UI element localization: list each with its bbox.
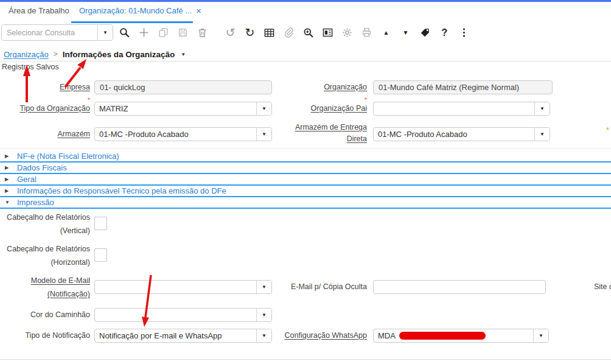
chevron-down-icon: ▼ [540,106,545,111]
armazem-entrega-combobox[interactable]: 01-MC -Produto Acabado ▼ [373,127,550,141]
dropdown-button[interactable]: ▼ [533,329,548,342]
delete-record-icon[interactable] [197,26,208,40]
copy-record-icon[interactable] [158,26,169,40]
navigate-down-icon[interactable]: ▼ [400,26,411,40]
query-select-input[interactable] [2,25,97,40]
divider [0,359,611,360]
expanded-toggle-icon[interactable]: ▼ [5,200,16,205]
more-options-icon[interactable] [458,26,470,40]
undo-icon[interactable]: ↺ [225,26,236,40]
tipo-notificacao-combobox[interactable]: Notificação por E-mail e WhatsApp ▼ [94,329,272,343]
modelo-email-label[interactable]: Modelo de E-Mail (Notificação) [0,274,90,301]
chevron-down-icon: ▼ [540,131,545,137]
cutoff-required-marker: * [606,125,609,135]
breadcrumb: Organização > Informações da Organização… [4,48,186,60]
collapsed-toggle-icon[interactable]: ▶ [5,188,16,194]
toolbar: ↺ ↻ ▲ ▼ ? [119,24,470,41]
section-impressao[interactable]: ▼ Impressão [0,197,611,209]
section-responsavel-tecnico[interactable]: ▶ Informações do Responsável Técnico pel… [0,186,611,197]
organizacao-field: 01-Mundo Café Matriz (Regime Normal) [373,80,553,94]
cabecalho-horizontal-checkbox[interactable] [94,248,107,262]
query-select-combobox[interactable]: ▼ [1,24,113,41]
application-window: Área de Trabalho Organização: 01-Mundo C… [0,0,611,364]
dropdown-button[interactable]: ▼ [534,128,550,141]
tab-workspace[interactable]: Área de Trabalho [9,4,69,18]
grid-toggle-icon[interactable] [264,26,275,40]
tipo-organizacao-label[interactable]: Tipo da Organização [0,102,90,115]
navigate-up-icon[interactable]: ▲ [380,26,392,40]
close-tab-icon[interactable]: × [196,5,201,16]
site-label-cutoff: Site d [594,282,611,291]
email-copia-label: E-Mail p/ Cópia Oculta [256,280,367,294]
save-icon[interactable] [177,26,189,40]
attachment-icon[interactable] [283,26,295,40]
collapsed-toggle-icon[interactable]: ▶ [5,165,16,170]
breadcrumb-parent-link[interactable]: Organização [4,50,49,59]
chevron-down-icon: ▼ [262,312,267,318]
armazem-entrega-label[interactable]: Armazém de Entrega Direta [256,122,367,145]
redaction-bar [399,332,486,340]
armazem-combobox[interactable]: 01-MC -Produto Acabado ▼ [94,127,272,141]
tab-bar: Área de Trabalho Organização: 01-Mundo C… [0,4,611,19]
tab-organization-label: Organização: 01-Mundo Café ... [79,6,192,15]
divider [0,61,611,61]
cabecalho-horizontal-label: Cabeçalho de Relatórios (Horizontal) [0,242,90,269]
settings-gear-icon[interactable] [341,26,353,40]
page-title-caret-icon[interactable]: ▼ [181,52,186,57]
search-icon[interactable] [119,26,130,40]
add-record-icon[interactable] [138,26,150,40]
tipo-notificacao-label: Tipo de Notificação [0,329,90,343]
config-whatsapp-combobox[interactable]: MDA ▼ [373,329,549,343]
empresa-field: 01- quickLog [94,80,272,94]
divider [0,148,611,149]
config-whatsapp-label[interactable]: Configuração WhatsApp [256,329,367,343]
organizacao-pai-combobox[interactable]: ▼ [373,102,550,116]
dropdown-button[interactable]: ▼ [256,309,271,321]
query-dropdown-button[interactable]: ▼ [97,25,113,40]
section-nfe[interactable]: ▶ NF-e (Nota Fiscal Eletronica) [0,151,611,163]
report-icon[interactable] [322,26,333,40]
cabecalho-vertical-label: Cabeçalho de Relatórios (Vertical) [0,211,90,237]
active-tab-indicator [71,21,193,23]
modelo-email-combobox[interactable]: ▼ [94,280,272,294]
top-accent-bar [0,0,611,2]
armazem-label[interactable]: Armazém [0,127,90,141]
breadcrumb-separator: > [54,50,58,58]
collapsed-toggle-icon[interactable]: ▶ [5,153,16,159]
tag-icon[interactable] [419,26,431,40]
section-dados-fiscais[interactable]: ▶ Dados Fiscais [0,163,611,174]
page-title[interactable]: Informações da Organização [63,50,175,59]
tab-organization[interactable]: Organização: 01-Mundo Café ...× [79,4,201,18]
tab-workspace-label: Área de Trabalho [9,6,69,15]
help-icon[interactable]: ? [439,26,450,40]
cabecalho-vertical-checkbox[interactable] [94,217,107,230]
cor-caminhao-label: Cor do Caminhão [0,308,90,322]
cor-caminhao-combobox[interactable]: ▼ [94,308,272,322]
section-geral[interactable]: ▶ Geral [0,174,611,186]
email-copia-field[interactable] [373,280,546,294]
organizacao-pai-label[interactable]: Organização Pai [256,102,367,115]
tipo-organizacao-combobox[interactable]: MATRIZ ▼ [94,102,272,116]
dropdown-button[interactable]: ▼ [534,102,550,115]
chevron-down-icon: ▼ [539,333,543,338]
refresh-icon[interactable]: ↻ [244,26,256,40]
print-icon[interactable] [361,26,372,40]
zoom-across-icon[interactable] [302,26,314,40]
status-badge: Registros Salvos [2,63,59,71]
collapsed-toggle-icon[interactable]: ▶ [5,177,16,182]
chevron-down-icon: ▼ [103,30,108,35]
